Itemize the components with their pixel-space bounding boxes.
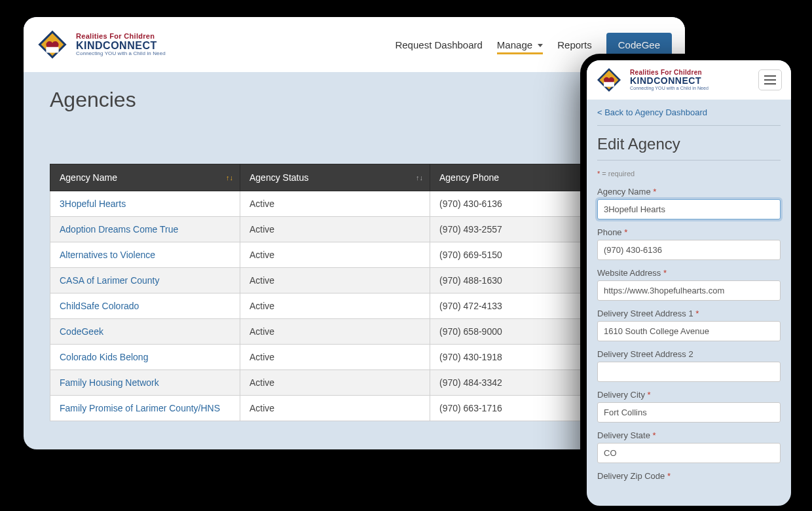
input-agency-name[interactable] — [597, 199, 781, 219]
label-zip: Delivery Zip Code * — [597, 471, 781, 481]
table-row: Alternatives to ViolenceActive(970) 669-… — [50, 242, 659, 268]
agency-name-link[interactable]: CodeGeek — [50, 319, 240, 345]
page-title: Edit Agency — [597, 135, 781, 153]
brand-line1: Realities For Children — [76, 32, 166, 40]
table-row: Family Housing NetworkActive(970) 484-33… — [50, 370, 659, 396]
agency-name-link[interactable]: Family Housing Network — [50, 370, 240, 396]
field-agency-name: Agency Name * — [597, 187, 781, 219]
hamburger-menu-button[interactable] — [758, 69, 782, 90]
brand-line3: Connecting YOU with a Child in Need — [76, 51, 166, 57]
input-address1[interactable] — [597, 321, 781, 341]
nav-manage[interactable]: Manage — [497, 39, 543, 50]
agency-name-link[interactable]: Adoption Dreams Come True — [50, 217, 240, 242]
label-city: Delivery City * — [597, 390, 781, 400]
agency-status-cell: Active — [240, 293, 430, 319]
table-row: Colorado Kids BelongActive(970) 430-1918 — [50, 345, 659, 370]
mobile-window: Realities For Children KINDCONNECT Conne… — [580, 54, 798, 511]
page-title: Agencies — [50, 88, 659, 112]
logo-text: Realities For Children KINDCONNECT Conne… — [630, 69, 709, 91]
field-website: Website Address * — [597, 268, 781, 301]
nav-manage-label: Manage — [497, 39, 532, 50]
agency-status-cell: Active — [240, 319, 430, 345]
input-state[interactable] — [597, 443, 781, 463]
agency-name-link[interactable]: Colorado Kids Belong — [50, 345, 240, 370]
mobile-header: Realities For Children KINDCONNECT Conne… — [587, 60, 791, 100]
svg-rect-2 — [46, 47, 58, 53]
logo-icon — [37, 29, 68, 60]
col-header-status[interactable]: Agency Status ↑↓ — [240, 164, 430, 191]
chevron-down-icon — [538, 44, 543, 47]
table-row: CASA of Larimer CountyActive(970) 488-16… — [50, 268, 659, 293]
agencies-table: Agency Name ↑↓ Agency Status ↑↓ Agency P… — [50, 164, 659, 421]
agency-status-cell: Active — [240, 268, 430, 293]
back-to-dashboard-link[interactable]: < Back to Agency Dashboard — [597, 107, 707, 117]
agency-status-cell: Active — [240, 191, 430, 217]
agency-name-link[interactable]: CASA of Larimer County — [50, 268, 240, 293]
table-row: Adoption Dreams Come TrueActive(970) 493… — [50, 217, 659, 242]
table-row: CodeGeekActive(970) 658-9000 — [50, 319, 659, 345]
title-row: Agencies Ne — [50, 88, 659, 118]
agency-status-cell: Active — [240, 242, 430, 268]
input-address2[interactable] — [597, 362, 781, 382]
field-state: Delivery State * — [597, 430, 781, 463]
table-row: 3Hopeful HeartsActive(970) 430-6136 — [50, 191, 659, 217]
label-website: Website Address * — [597, 268, 781, 278]
divider — [597, 160, 781, 161]
label-address2: Delivery Street Address 2 — [597, 349, 781, 359]
sort-icon: ↑↓ — [226, 174, 233, 181]
brand-line2: KINDCONNECT — [76, 40, 166, 52]
agency-status-cell: Active — [240, 370, 430, 396]
show-entries-control: Show 10 — [50, 144, 672, 160]
mobile-body: < Back to Agency Dashboard Edit Agency *… — [587, 100, 791, 497]
logo-icon — [596, 67, 622, 93]
divider — [597, 125, 781, 126]
input-phone[interactable] — [597, 240, 781, 260]
agency-name-link[interactable]: Family Promise of Larimer County/HNS — [50, 396, 240, 421]
sort-icon: ↑↓ — [416, 174, 423, 181]
col-header-name-label: Agency Name — [60, 172, 117, 183]
primary-nav: Request Dashboard Manage Reports CodeGee — [395, 33, 672, 57]
brand-logo[interactable]: Realities For Children KINDCONNECT Conne… — [596, 67, 709, 93]
agency-name-link[interactable]: Alternatives to Violence — [50, 242, 240, 268]
label-state: Delivery State * — [597, 430, 781, 440]
agency-name-link[interactable]: 3Hopeful Hearts — [50, 191, 240, 217]
user-menu[interactable]: CodeGee — [606, 33, 672, 57]
field-address2: Delivery Street Address 2 — [597, 349, 781, 382]
input-website[interactable] — [597, 280, 781, 301]
agency-status-cell: Active — [240, 217, 430, 242]
table-row: Family Promise of Larimer County/HNSActi… — [50, 396, 659, 421]
brand-logo[interactable]: Realities For Children KINDCONNECT Conne… — [37, 29, 166, 60]
col-header-status-label: Agency Status — [249, 172, 308, 183]
svg-rect-5 — [604, 82, 614, 86]
field-city: Delivery City * — [597, 390, 781, 423]
hamburger-icon — [764, 75, 776, 77]
field-address1: Delivery Street Address 1 * — [597, 309, 781, 341]
label-agency-name: Agency Name * — [597, 187, 781, 197]
brand-line3: Connecting YOU with a Child in Need — [630, 86, 709, 91]
label-phone: Phone * — [597, 227, 781, 237]
nav-reports[interactable]: Reports — [557, 39, 592, 50]
nav-request-dashboard[interactable]: Request Dashboard — [395, 39, 482, 50]
label-address1: Delivery Street Address 1 * — [597, 309, 781, 318]
field-phone: Phone * — [597, 227, 781, 260]
logo-text: Realities For Children KINDCONNECT Conne… — [76, 32, 166, 57]
agency-status-cell: Active — [240, 345, 430, 370]
table-row: ChildSafe ColoradoActive(970) 472-4133 — [50, 293, 659, 319]
col-header-phone-label: Agency Phone — [439, 172, 499, 183]
agency-name-link[interactable]: ChildSafe Colorado — [50, 293, 240, 319]
brand-line2: KINDCONNECT — [630, 76, 709, 86]
field-zip: Delivery Zip Code * — [597, 471, 781, 481]
agency-status-cell: Active — [240, 396, 430, 421]
input-city[interactable] — [597, 402, 781, 423]
col-header-name[interactable]: Agency Name ↑↓ — [50, 164, 240, 191]
required-note: * = required — [597, 170, 781, 178]
